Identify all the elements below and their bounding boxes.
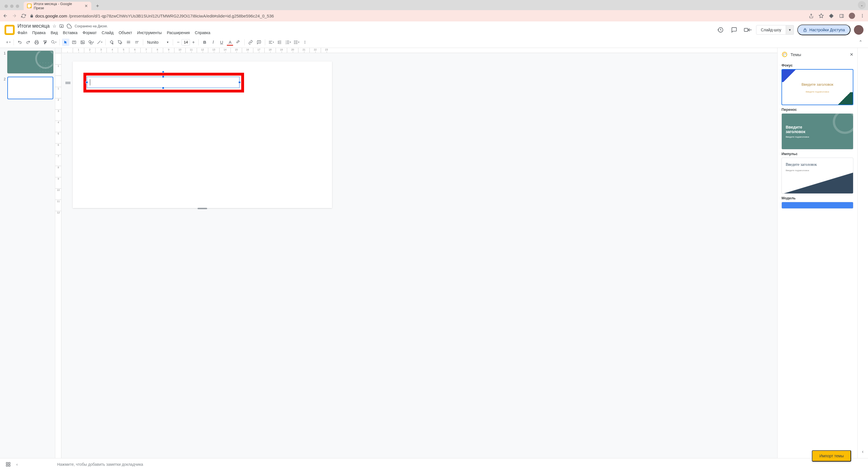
move-folder-icon[interactable] [59,24,64,28]
svg-rect-30 [269,43,272,43]
svg-rect-51 [6,462,8,464]
grid-view-icon[interactable] [6,462,11,467]
sidepanel-icon[interactable] [839,13,844,19]
doc-title[interactable]: Итоги месяца [18,23,50,29]
font-size-decrease[interactable]: − [175,40,181,45]
tabs-collapse-icon[interactable]: ⌄ [858,1,866,9]
zoom-button[interactable]: ▾ [50,39,57,46]
bulleted-list-button[interactable]: ▾ [293,39,300,46]
new-tab-button[interactable]: ＋ [94,2,101,9]
line-tool[interactable]: ▾ [96,39,103,46]
menu-format[interactable]: Формат [83,30,97,35]
align-button[interactable]: ▾ [268,39,275,46]
menu-insert[interactable]: Вставка [63,30,78,35]
resize-handle-right[interactable] [239,81,241,84]
slideshow-button[interactable]: Слайд-шоу [756,25,786,35]
thumbnail-1[interactable]: 1 [2,51,53,73]
menu-slide[interactable]: Слайд [102,30,114,35]
menu-object[interactable]: Объект [119,30,132,35]
line-spacing-button[interactable] [276,39,283,46]
profile-avatar-icon[interactable] [849,13,855,19]
shape-tool[interactable]: ▾ [87,39,95,46]
browser-menu-icon[interactable] [860,13,865,19]
insert-link-button[interactable] [247,39,254,46]
share-button[interactable]: Настройки Доступа [797,25,850,35]
bold-button[interactable]: B [201,39,208,46]
slide-area[interactable] [61,53,777,458]
selected-textbox[interactable] [87,77,240,88]
cloud-saved-icon[interactable] [67,24,72,29]
import-theme-button[interactable]: Импорт темы [812,450,851,462]
undo-button[interactable] [16,39,23,46]
speaker-notes-placeholder[interactable]: Нажмите, чтобы добавить заметки докладчи… [57,462,143,467]
panel-close-button[interactable]: ✕ [850,52,854,57]
font-size-input[interactable] [182,39,190,46]
window-close-icon[interactable] [4,4,8,8]
paint-format-button[interactable] [41,39,49,46]
comments-icon[interactable] [729,25,739,35]
toolbar-collapse-button[interactable]: ⌃ [857,39,864,45]
more-tools-button[interactable] [301,39,309,46]
menu-extensions[interactable]: Расширения [167,30,190,35]
resize-handle-bottom[interactable] [162,87,164,89]
rotate-handle[interactable] [162,71,164,73]
border-weight-button[interactable] [125,39,132,46]
reload-button[interactable] [21,13,26,18]
back-button[interactable] [3,13,8,18]
thumbnail-2[interactable]: 2 [2,77,53,99]
tab-close-icon[interactable]: ✕ [85,4,88,8]
svg-rect-24 [136,43,137,43]
share-page-icon[interactable] [808,13,814,19]
forward-button[interactable] [12,13,17,18]
browser-tab[interactable]: Итоги месяца - Google Презе ✕ [24,2,91,10]
textbox-tool[interactable] [70,39,78,46]
svg-rect-19 [127,43,130,44]
thumbnail-preview-2[interactable] [7,77,53,99]
new-slide-button[interactable]: ＋▾ [4,39,11,46]
border-dash-button[interactable] [133,39,141,46]
resize-handle-left[interactable] [86,81,88,84]
fill-color-button[interactable] [108,39,115,46]
menu-tools[interactable]: Инструменты [137,30,162,35]
border-color-button[interactable] [116,39,124,46]
select-tool[interactable] [62,39,69,46]
thumbnail-preview-1[interactable] [7,51,53,73]
numbered-list-button[interactable]: 123▾ [284,39,292,46]
filmstrip-collapse-icon[interactable]: ‹ [17,462,18,467]
slides-logo-icon[interactable] [4,25,14,35]
side-rail-expand-icon[interactable]: ‹ [862,449,864,454]
menu-help[interactable]: Справка [195,30,210,35]
image-tool[interactable] [79,39,86,46]
resize-handle-top[interactable] [162,76,164,78]
meet-icon[interactable]: ▾ [743,25,753,35]
star-icon[interactable]: ☆ [53,23,56,29]
print-button[interactable] [33,39,40,46]
textbox-drag-handle-icon[interactable] [65,82,70,84]
font-select[interactable]: Nunito▼ [146,40,170,45]
history-icon[interactable] [716,25,726,35]
insert-comment-button[interactable] [255,39,262,46]
window-min-icon[interactable] [10,4,13,8]
theme-card-perenos[interactable]: Введите заголовок Введите подзаголовок [781,113,854,149]
extensions-icon[interactable] [829,13,834,19]
menu-view[interactable]: Вид [51,30,58,35]
menu-file[interactable]: Файл [18,30,27,35]
url-field[interactable]: docs.google.com/presentation/d/1-qp78zwC… [30,13,804,18]
slide[interactable] [73,61,332,208]
window-max-icon[interactable] [16,4,19,8]
font-size-control: − + [175,39,196,46]
slideshow-dropdown[interactable]: ▼ [786,25,794,35]
highlight-color-button[interactable] [235,39,242,46]
theme-card-model[interactable] [781,202,854,209]
font-size-increase[interactable]: + [190,40,196,45]
bookmark-icon[interactable] [818,13,824,19]
menu-edit[interactable]: Правка [32,30,45,35]
underline-button[interactable]: U [218,39,225,46]
slide-resize-handle[interactable] [197,208,207,209]
account-avatar-icon[interactable] [854,25,864,35]
theme-card-impulse[interactable]: Введите заголовок Введите подзаголовок [781,157,854,194]
theme-card-focus[interactable]: Введите заголовок Введите подзаголовок [781,69,854,105]
text-color-button[interactable]: A [226,39,234,46]
italic-button[interactable]: I [209,39,217,46]
redo-button[interactable] [25,39,32,46]
